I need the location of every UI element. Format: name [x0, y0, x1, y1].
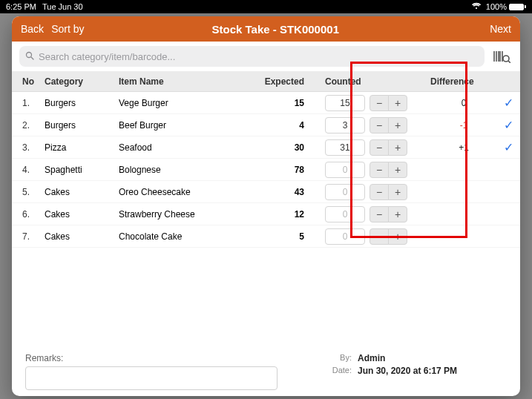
col-header-counted: Counted [312, 76, 430, 87]
svg-point-0 [27, 52, 32, 57]
cell-no: 5. [12, 187, 45, 197]
barcode-scan-button[interactable] [490, 47, 513, 66]
table-header: No Category Item Name Expected Counted D… [12, 71, 520, 92]
cell-expected: 15 [252, 98, 312, 108]
increment-button[interactable]: + [388, 117, 407, 133]
increment-button[interactable]: + [388, 95, 407, 111]
decrement-button[interactable]: − [370, 206, 389, 222]
status-date: Tue Jun 30 [42, 2, 83, 11]
cell-item: Bolognese [119, 165, 252, 175]
search-wrap[interactable] [19, 46, 485, 67]
cell-category: Cakes [45, 209, 119, 220]
counted-input[interactable] [325, 228, 365, 245]
checkmark-icon: ✓ [497, 118, 519, 132]
svg-line-1 [31, 57, 33, 59]
decrement-button[interactable]: − [370, 95, 389, 111]
col-header-category: Category [45, 76, 119, 87]
wifi-icon [471, 2, 482, 11]
cell-category: Spaghetti [45, 165, 119, 175]
increment-button[interactable]: + [388, 228, 407, 245]
table-row: 7.CakesChocolate Cake5−+ [12, 225, 520, 248]
increment-button[interactable]: + [388, 139, 407, 156]
cell-difference: -1 [430, 120, 497, 131]
cell-item: Chocolate Cake [119, 231, 252, 242]
cell-difference: 0 [430, 98, 497, 108]
search-row [12, 42, 520, 71]
search-input[interactable] [39, 51, 479, 62]
increment-button[interactable]: + [388, 206, 407, 222]
decrement-button[interactable]: − [370, 117, 389, 133]
decrement-button[interactable]: − [370, 184, 389, 200]
cell-no: 6. [12, 209, 45, 220]
meta-date-value: Jun 30, 2020 at 6:17 PM [358, 366, 457, 376]
ios-status-bar: 6:25 PM Tue Jun 30 100% [0, 0, 532, 13]
sort-by-button[interactable]: Sort by [51, 23, 84, 35]
counted-input[interactable] [325, 184, 365, 200]
cell-no: 3. [12, 142, 45, 153]
increment-button[interactable]: + [388, 162, 407, 178]
cell-expected: 4 [252, 120, 312, 131]
table-row: 1.BurgersVege Burger15−+0✓ [12, 92, 520, 114]
status-time: 6:25 PM [6, 2, 36, 11]
cell-expected: 43 [252, 187, 312, 197]
meta-by-label: By: [322, 353, 352, 363]
checkmark-icon: ✓ [497, 96, 519, 110]
search-icon [25, 51, 34, 62]
decrement-button[interactable]: − [370, 139, 389, 156]
decrement-button[interactable]: − [370, 228, 389, 245]
table-row: 5.CakesOreo Cheesecake43−+ [12, 181, 520, 203]
counted-input[interactable] [325, 206, 365, 222]
col-header-item: Item Name [119, 76, 252, 87]
cell-item: Vege Burger [119, 98, 252, 108]
topbar: Back Sort by Stock Take - STK000001 Next [12, 16, 520, 42]
cell-no: 1. [12, 98, 45, 108]
cell-expected: 5 [252, 231, 312, 242]
cell-expected: 12 [252, 209, 312, 220]
meta-block: By: Admin Date: Jun 30, 2020 at 6:17 PM [322, 353, 457, 376]
increment-button[interactable]: + [388, 184, 407, 200]
table-row: 2.BurgersBeef Burger4−+-1✓ [12, 114, 520, 136]
meta-date-label: Date: [322, 366, 352, 376]
remarks-label: Remarks: [25, 353, 278, 363]
bottom-bar: Remarks: By: Admin Date: Jun 30, 2020 at… [12, 353, 520, 390]
cell-category: Burgers [45, 98, 119, 108]
cell-item: Beef Burger [119, 120, 252, 131]
cell-category: Cakes [45, 187, 119, 197]
cell-expected: 78 [252, 165, 312, 175]
cell-no: 4. [12, 165, 45, 175]
col-header-difference: Difference [430, 76, 497, 87]
table-row: 6.CakesStrawberry Cheese12−+ [12, 203, 520, 225]
table-body: 1.BurgersVege Burger15−+0✓2.BurgersBeef … [12, 92, 520, 248]
cell-difference: +1 [430, 142, 497, 153]
cell-item: Seafood [119, 142, 252, 153]
back-button[interactable]: Back [21, 23, 44, 35]
col-header-expected: Expected [252, 76, 312, 87]
next-button[interactable]: Next [490, 23, 511, 35]
counted-input[interactable] [325, 95, 365, 111]
cell-no: 2. [12, 120, 45, 131]
cell-category: Pizza [45, 142, 119, 153]
cell-category: Burgers [45, 120, 119, 131]
cell-no: 7. [12, 231, 45, 242]
meta-by-value: Admin [358, 353, 457, 363]
counted-input[interactable] [325, 139, 365, 156]
decrement-button[interactable]: − [370, 162, 389, 178]
counted-input[interactable] [325, 117, 365, 133]
counted-input[interactable] [325, 162, 365, 178]
cell-expected: 30 [252, 142, 312, 153]
svg-point-7 [503, 56, 509, 62]
cell-category: Cakes [45, 231, 119, 242]
table-row: 4.SpaghettiBolognese78−+ [12, 159, 520, 181]
cell-item: Oreo Cheesecake [119, 187, 252, 197]
stock-take-sheet: Back Sort by Stock Take - STK000001 Next… [12, 16, 520, 396]
page-title: Stock Take - STK000001 [84, 23, 467, 36]
col-header-no: No [12, 76, 45, 87]
battery-indicator: 100% [486, 2, 526, 11]
svg-line-8 [508, 61, 510, 63]
checkmark-icon: ✓ [497, 140, 519, 154]
table-row: 3.PizzaSeafood30−++1✓ [12, 136, 520, 159]
remarks-input[interactable] [25, 366, 278, 390]
cell-item: Strawberry Cheese [119, 209, 252, 220]
